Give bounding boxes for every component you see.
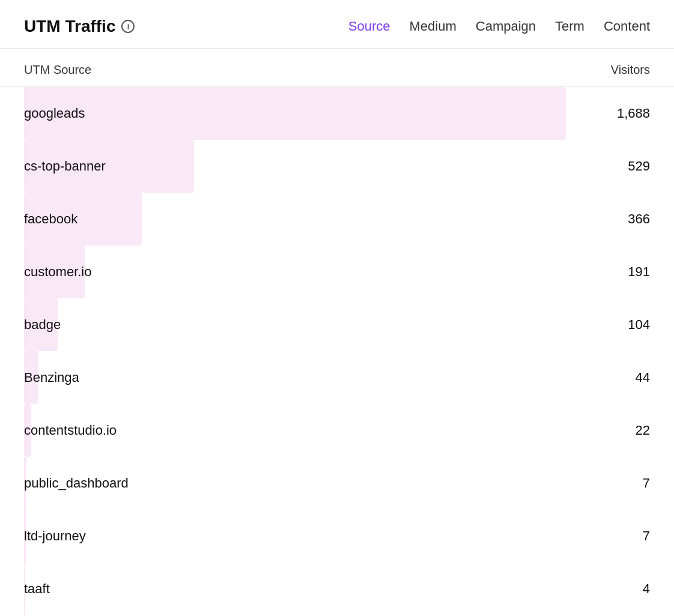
tab-source[interactable]: Source (348, 19, 390, 34)
table-row: cs-top-banner529 (0, 140, 674, 193)
tab-campaign[interactable]: Campaign (476, 19, 536, 34)
table-row: contentstudio.io22 (0, 404, 674, 457)
row-source: contentstudio.io (24, 423, 117, 438)
row-visitors: 191 (578, 264, 650, 280)
row-visitors: 7 (578, 476, 650, 491)
info-icon[interactable]: i (121, 20, 135, 33)
row-visitors: 366 (578, 211, 650, 227)
row-visitors: 44 (578, 370, 650, 385)
row-source: ltd-journey (24, 528, 86, 544)
row-visitors: 104 (578, 317, 650, 333)
table-row: Benzinga44 (0, 351, 674, 404)
title-group: UTM Traffic i (24, 17, 135, 36)
widget-title: UTM Traffic (24, 17, 115, 36)
utm-traffic-widget: UTM Traffic i SourceMediumCampaignTermCo… (0, 0, 674, 616)
table-body: googleads1,688cs-top-banner529facebook36… (0, 87, 674, 615)
table-row: taaft4 (0, 563, 674, 615)
table-row: public_dashboard7 (0, 457, 674, 510)
row-source: customer.io (24, 264, 92, 280)
tab-term[interactable]: Term (555, 19, 584, 34)
col-source-header: UTM Source (24, 63, 91, 77)
table-row: badge104 (0, 298, 674, 351)
row-visitors: 1,688 (578, 106, 650, 121)
table-row: ltd-journey7 (0, 510, 674, 563)
widget-header: UTM Traffic i SourceMediumCampaignTermCo… (0, 0, 674, 48)
row-source: Benzinga (24, 370, 79, 385)
bar-bg (24, 87, 566, 140)
tab-medium[interactable]: Medium (410, 19, 457, 34)
row-source: cs-top-banner (24, 159, 106, 174)
row-source: badge (24, 317, 61, 333)
row-visitors: 4 (578, 581, 650, 597)
table-header: UTM Source Visitors (0, 49, 674, 87)
row-source: googleads (24, 106, 85, 121)
row-visitors: 7 (578, 528, 650, 544)
tab-content[interactable]: Content (604, 19, 650, 34)
row-source: facebook (24, 211, 77, 227)
table-row: customer.io191 (0, 246, 674, 298)
tabs-nav: SourceMediumCampaignTermContent (348, 19, 650, 34)
table-row: googleads1,688 (0, 87, 674, 140)
col-visitors-header: Visitors (578, 63, 650, 77)
row-source: public_dashboard (24, 476, 129, 491)
row-visitors: 529 (578, 159, 650, 174)
table-row: facebook366 (0, 193, 674, 246)
row-source: taaft (24, 581, 50, 597)
row-visitors: 22 (578, 423, 650, 438)
